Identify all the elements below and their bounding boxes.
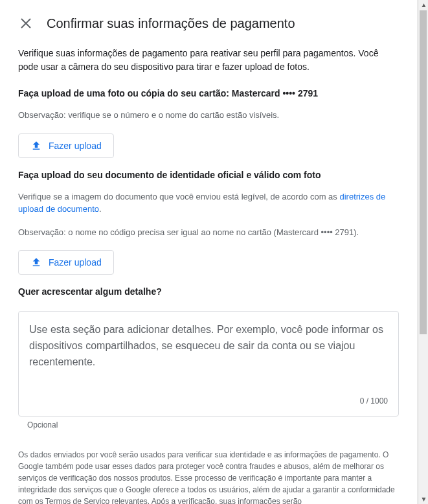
id-upload-note: Observação: o nome no código precisa ser… <box>18 226 399 239</box>
details-heading: Quer acrescentar algum detalhe? <box>18 286 399 297</box>
textarea-placeholder: Use esta seção para adicionar detalhes. … <box>29 322 388 384</box>
scroll-up-arrow[interactable]: ▲ <box>419 0 428 10</box>
id-verify-text: Verifique se a imagem do documento que v… <box>18 190 399 216</box>
optional-label: Opcional <box>27 420 399 430</box>
dialog-title: Confirmar suas informações de pagamento <box>47 16 295 31</box>
card-upload-button[interactable]: Fazer upload <box>18 133 114 158</box>
id-upload-button[interactable]: Fazer upload <box>18 250 114 275</box>
upload-icon <box>30 140 42 152</box>
char-counter: 0 / 1000 <box>29 396 388 406</box>
legal-disclosure: Os dados enviados por você serão usados … <box>18 449 399 504</box>
card-upload-note: Observação: verifique se o número e o no… <box>18 109 399 122</box>
intro-text: Verifique suas informações de pagamento … <box>18 47 399 74</box>
details-textarea[interactable]: Use esta seção para adicionar detalhes. … <box>18 311 399 417</box>
card-upload-heading: Faça upload de uma foto ou cópia do seu … <box>18 88 399 98</box>
upload-button-label: Fazer upload <box>49 257 102 268</box>
upload-icon <box>30 257 42 268</box>
close-icon[interactable] <box>18 16 34 31</box>
id-upload-heading: Faça upload do seu documento de identida… <box>18 170 399 180</box>
payment-confirmation-dialog: Confirmar suas informações de pagamento … <box>0 0 418 504</box>
dialog-header: Confirmar suas informações de pagamento <box>18 16 399 31</box>
id-verify-prefix: Verifique se a imagem do documento que v… <box>18 192 339 201</box>
scroll-down-arrow[interactable]: ▼ <box>419 494 428 504</box>
upload-button-label: Fazer upload <box>49 141 102 151</box>
id-verify-suffix: . <box>99 204 102 214</box>
scrollbar-thumb[interactable] <box>420 10 427 334</box>
scrollbar-track[interactable]: ▲ ▼ <box>418 0 428 504</box>
